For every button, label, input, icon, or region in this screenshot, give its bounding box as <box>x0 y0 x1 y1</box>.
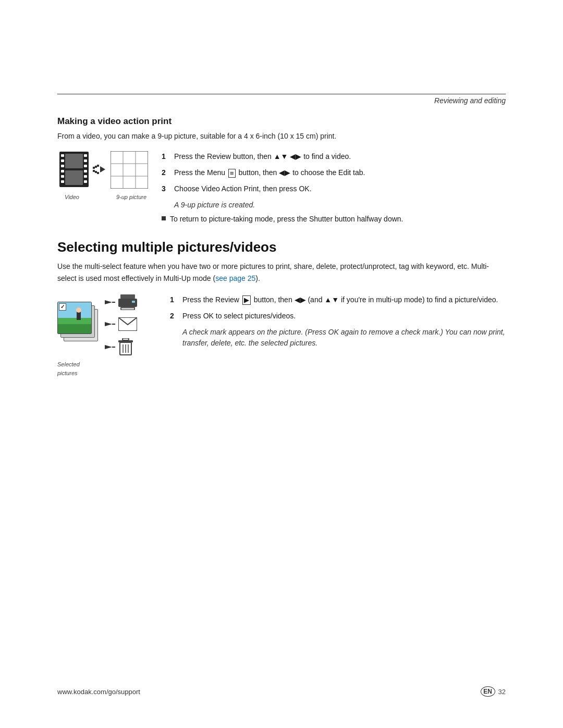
svg-rect-37 <box>121 308 134 310</box>
section-intro-video: From a video, you can make a 9-up pictur… <box>57 131 506 142</box>
arrow-trash-icon <box>105 343 115 351</box>
film-strip-icon <box>59 152 89 189</box>
menu-icon: ≡ <box>228 169 236 178</box>
arrow-print-icon <box>105 299 115 306</box>
bullet-icon <box>162 216 166 220</box>
print-action-row <box>105 294 137 310</box>
svg-rect-2 <box>61 159 64 162</box>
svg-marker-21 <box>100 166 105 172</box>
step-text-1: Press the Review button, then ▲▼ ◀▶ to f… <box>174 151 351 162</box>
email-action-row <box>105 317 137 331</box>
svg-rect-38 <box>132 301 135 303</box>
video-steps-list: 1 Press the Review button, then ▲▼ ◀▶ to… <box>162 151 506 194</box>
multiselect-steps-area: 1 Press the Review ▶ button, then ◀▶ (an… <box>162 294 506 352</box>
svg-rect-6 <box>61 180 64 183</box>
video-steps-area: 1 Press the Review button, then ▲▼ ◀▶ to… <box>155 151 506 225</box>
page-number: 32 <box>498 688 506 696</box>
video-diagram-left: Video 9-up picture <box>57 151 150 200</box>
multiselect-diagram-left: ✓ <box>57 294 162 377</box>
svg-rect-19 <box>95 171 97 173</box>
email-icon <box>118 317 137 331</box>
svg-rect-3 <box>61 165 64 167</box>
svg-rect-14 <box>65 170 83 185</box>
svg-marker-39 <box>105 322 112 326</box>
action-icons-column <box>105 294 137 356</box>
step-2: 2 Press the Menu ≡ button, then ◀▶ to ch… <box>162 167 506 178</box>
step-1: 1 Press the Review button, then ▲▼ ◀▶ to… <box>162 151 506 162</box>
svg-point-31 <box>76 307 81 313</box>
svg-rect-44 <box>123 338 129 340</box>
svg-rect-15 <box>93 167 95 169</box>
see-page-link[interactable]: see page 25 <box>215 274 255 282</box>
checkmark-badge: ✓ <box>59 303 66 311</box>
ms-step-text-1: Press the Review ▶ button, then ◀▶ (and … <box>182 294 498 305</box>
svg-rect-7 <box>84 154 87 157</box>
step-number-2: 2 <box>162 167 171 178</box>
arrow-icon <box>93 165 106 176</box>
svg-rect-18 <box>93 170 95 172</box>
section-heading-video: Making a video action print <box>57 116 506 127</box>
section-heading-multiselect: Selecting multiple pictures/videos <box>57 239 506 255</box>
page-footer: www.kodak.com/go/support EN 32 <box>0 686 563 697</box>
svg-rect-5 <box>61 175 64 178</box>
footer-url: www.kodak.com/go/support <box>57 688 140 696</box>
en-badge: EN <box>481 686 495 697</box>
svg-marker-32 <box>105 300 112 304</box>
ms-step2-italic: A check mark appears on the picture. (Pr… <box>182 327 506 349</box>
section-title: Reviewing and editing <box>434 96 506 105</box>
video-action-diagram-area: Video 9-up picture 1 Press the Review bu… <box>57 151 506 225</box>
svg-rect-1 <box>61 154 64 157</box>
svg-marker-42 <box>105 345 112 349</box>
page-content: Reviewing and editing Making a video act… <box>57 0 506 431</box>
svg-rect-29 <box>58 324 92 334</box>
svg-rect-13 <box>65 154 83 168</box>
ms-step-number-1: 1 <box>170 294 179 305</box>
arrow-email-icon <box>105 320 115 328</box>
svg-rect-16 <box>95 166 97 168</box>
diagram-row <box>59 151 148 189</box>
diagram-labels: Video 9-up picture <box>57 192 150 200</box>
step3-italic: A 9-up picture is created. <box>174 200 506 211</box>
step-number-1: 1 <box>162 151 171 162</box>
step-text-3: Choose Video Action Print, then press OK… <box>174 183 312 194</box>
step-number-3: 3 <box>162 183 171 194</box>
svg-rect-8 <box>84 159 87 162</box>
svg-rect-40 <box>112 324 115 325</box>
page-header: Reviewing and editing <box>57 94 506 105</box>
stacked-photos: ✓ <box>57 302 102 349</box>
trash-icon <box>118 338 133 356</box>
svg-rect-17 <box>97 165 99 167</box>
step-3: 3 Choose Video Action Print, then press … <box>162 183 506 194</box>
section-video-action: Making a video action print From a video… <box>57 116 506 225</box>
bullet-note: To return to picture-taking mode, press … <box>162 214 506 225</box>
multiselect-diagram-area: ✓ <box>57 294 506 377</box>
section-multiselect: Selecting multiple pictures/videos Use t… <box>57 239 506 377</box>
svg-rect-10 <box>84 170 87 172</box>
photo-card-front: ✓ <box>57 302 92 334</box>
step-text-2: Press the Menu ≡ button, then ◀▶ to choo… <box>174 167 365 178</box>
svg-rect-22 <box>111 151 148 189</box>
footer-page-number-area: EN 32 <box>481 686 506 697</box>
ms-step-text-2: Press OK to select pictures/videos. <box>182 311 296 322</box>
review-icon: ▶ <box>242 295 251 305</box>
video-label: Video <box>57 194 87 200</box>
ms-step-number-2: 2 <box>170 311 179 322</box>
ms-step-2: 2 Press OK to select pictures/videos. <box>170 311 506 322</box>
nine-up-diagram <box>111 151 148 189</box>
svg-rect-12 <box>84 180 87 183</box>
svg-rect-4 <box>61 170 64 172</box>
svg-rect-43 <box>112 347 115 348</box>
nine-up-grid-svg <box>111 151 148 189</box>
multiselect-diagram-row: ✓ <box>57 294 137 356</box>
svg-rect-33 <box>112 302 115 303</box>
trash-action-row <box>105 338 137 356</box>
multiselect-steps-list: 1 Press the Review ▶ button, then ◀▶ (an… <box>170 294 506 322</box>
svg-rect-9 <box>84 165 87 167</box>
selected-pictures-label-container: Selectedpictures <box>57 359 80 377</box>
selected-pictures-label: Selectedpictures <box>57 361 80 376</box>
ms-step-1: 1 Press the Review ▶ button, then ◀▶ (an… <box>170 294 506 305</box>
svg-rect-11 <box>84 175 87 178</box>
bullet-note-text: To return to picture-taking mode, press … <box>170 214 403 225</box>
printer-icon <box>118 294 137 310</box>
svg-rect-30 <box>77 312 81 320</box>
